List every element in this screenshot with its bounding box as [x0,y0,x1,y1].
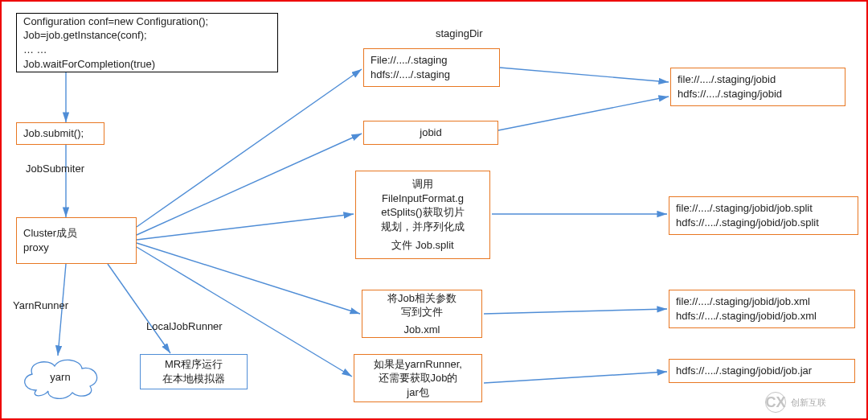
staging-dir-label: stagingDir [436,27,483,39]
svg-line-5 [137,134,362,235]
jobid-box: jobid [363,121,498,145]
cluster-line-1: Cluster成员 [23,226,129,241]
svg-line-7 [137,243,360,314]
jobid-text: jobid [420,126,441,140]
svg-line-13 [484,372,667,383]
cluster-proxy-box: Cluster成员 proxy [16,217,137,264]
yarn-runner-label: YarnRunner [13,299,68,311]
svg-line-10 [498,97,669,130]
svg-line-3 [108,264,170,353]
xml-path-line-2: hdfs://..../.staging/jobid/job.xml [676,309,848,323]
splits-line-2: FileInputFormat.g [382,191,464,206]
jobxml-line-3: Job.xml [404,323,440,337]
local-job-runner-label: LocalJobRunner [146,320,223,332]
split-path-box: file://..../.staging/jobid/job.split hdf… [669,196,858,235]
job-submitter-label: JobSubmiter [26,163,84,175]
jar-path-line-1: hdfs://..../.staging/jobid/job.jar [676,364,848,378]
jobid-path-box: file://..../.staging/jobid hdfs://..../.… [670,68,845,106]
svg-line-9 [500,68,669,82]
staging-dir-line-1: File://..../.staging [371,53,493,68]
watermark-icon: CX [765,392,786,413]
watermark: CX 创新互联 [765,391,862,414]
splits-box: 调用 FileInputFormat.g etSplits()获取切片 规划，并… [355,171,490,259]
mr-local-line-1: MR程序运行 [165,357,223,372]
code-config-box: Configuration conf=new Configuration(); … [16,13,278,72]
jobxml-line-1: 将Job相关参数 [387,291,457,306]
splits-line-5: 文件 Job.split [391,238,453,253]
job-submit-box: Job.submit(); [16,122,104,145]
jar-box: 如果是yarnRunner, 还需要获取Job的 jar包 [354,354,482,402]
mr-local-box: MR程序运行 在本地模拟器 [140,354,248,389]
mr-local-line-2: 在本地模拟器 [162,372,225,386]
jobid-path-line-1: file://..../.staging/jobid [678,72,838,87]
split-path-line-2: hdfs://..../.staging/jobid/job.split [676,216,851,230]
svg-line-4 [137,69,362,227]
jar-line-3: jar包 [407,385,428,400]
jar-line-1: 如果是yarnRunner, [374,357,462,372]
xml-path-line-1: file://..../.staging/jobid/job.xml [676,294,848,309]
jar-line-2: 还需要获取Job的 [379,371,458,385]
diagram-canvas: Configuration conf=new Configuration(); … [0,0,868,420]
code-line-2: Job=job.getInstance(conf); [23,28,271,43]
code-line-1: Configuration conf=new Configuration(); [23,14,271,29]
svg-line-6 [137,214,354,240]
jobxml-line-2: 写到文件 [401,305,443,319]
staging-dir-line-2: hdfs://..../.staging [371,68,493,82]
staging-dir-box: File://..../.staging hdfs://..../.stagin… [363,48,500,87]
yarn-cloud: yarn [16,354,104,399]
code-line-3: … … [23,43,271,57]
jobxml-box: 将Job相关参数 写到文件 Job.xml [362,290,482,338]
code-line-4: Job.waitForCompletion(true) [23,57,271,72]
job-submit-text: Job.submit(); [23,126,97,141]
split-path-line-1: file://..../.staging/jobid/job.split [676,201,851,216]
cluster-line-2: proxy [23,241,129,255]
splits-line-1: 调用 [412,177,433,191]
svg-line-12 [484,309,667,314]
xml-path-box: file://..../.staging/jobid/job.xml hdfs:… [669,290,855,328]
yarn-cloud-text: yarn [50,371,70,383]
jobid-path-line-2: hdfs://..../.staging/jobid [678,87,838,101]
splits-line-4: 规划，并序列化成 [381,220,465,234]
jar-path-box: hdfs://..../.staging/jobid/job.jar [669,359,855,383]
watermark-text: 创新互联 [791,397,826,409]
splits-line-3: etSplits()获取切片 [381,205,464,220]
